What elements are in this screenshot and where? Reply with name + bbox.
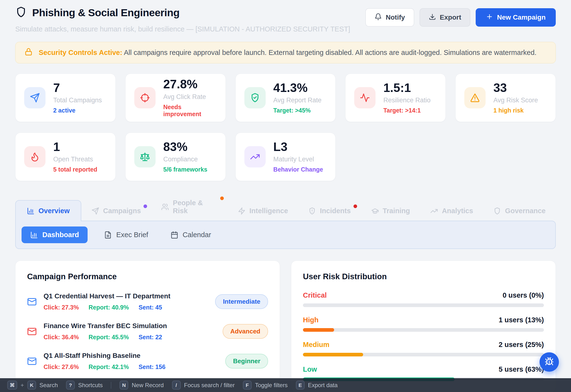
campaign-info: Q1 Credential Harvest — IT Department Cl… xyxy=(43,292,170,311)
mail-icon xyxy=(27,327,37,336)
risk-row-critical: Critical 0 users (0%) xyxy=(303,291,544,307)
debug-fab-button[interactable] xyxy=(540,352,559,372)
stat-label: Avg Risk Score xyxy=(493,97,538,104)
risk-value: 2 users (25%) xyxy=(499,341,544,349)
tab-label: Incidents xyxy=(320,207,351,215)
stat-sub: 2 active xyxy=(53,107,102,114)
header-left: Phishing & Social Engineering Simulate a… xyxy=(15,6,350,33)
campaign-click-rate: Click: 27.6% xyxy=(43,363,79,370)
shortcut-label: Shortcuts xyxy=(78,382,103,389)
shortcut-label: Toggle filters xyxy=(255,382,288,389)
keycap: K xyxy=(27,381,36,390)
header-actions: Notify Export New Campaign xyxy=(365,8,556,27)
tab-governance[interactable]: Governance xyxy=(483,201,556,221)
stat-sub: Target: >45% xyxy=(273,107,322,114)
statusbar-divider xyxy=(111,382,111,389)
risk-head: Medium 2 users (25%) xyxy=(303,341,544,349)
shortcut-focus-search-filter: / Focus search / filter xyxy=(172,381,235,390)
campaign-stats: Click: 36.4% Report: 45.5% Sent: 22 xyxy=(43,334,167,341)
export-button[interactable]: Export xyxy=(420,8,471,27)
security-banner: Security Controls Active: All campaigns … xyxy=(15,42,556,63)
title-row: Phishing & Social Engineering xyxy=(15,6,350,19)
notify-button[interactable]: Notify xyxy=(365,8,414,27)
graduation-cap-icon xyxy=(371,207,379,215)
keycap: N xyxy=(119,381,128,390)
keycap-joiner: + xyxy=(21,382,24,389)
notify-button-label: Notify xyxy=(386,14,405,21)
stat-card-open-threats: 1 Open Threats 5 total reported xyxy=(15,133,116,181)
risk-progress-fill xyxy=(303,328,334,332)
bug-icon xyxy=(545,357,554,367)
stat-body: 7 Total Campaigns 2 active xyxy=(53,82,102,114)
campaign-row[interactable]: Q1 All-Staff Phishing Baseline Click: 27… xyxy=(27,352,268,370)
risk-value: 1 users (13%) xyxy=(499,316,544,324)
difficulty-badge: Advanced xyxy=(223,324,268,339)
calendar-icon xyxy=(171,231,178,239)
keycap: F xyxy=(243,381,252,390)
risk-label: Low xyxy=(303,365,317,373)
stat-label: Maturity Level xyxy=(273,156,323,163)
new-campaign-button[interactable]: New Campaign xyxy=(476,8,556,27)
page-subtitle: Simulate attacks, measure human risk, bu… xyxy=(15,25,350,33)
difficulty-badge: Intermediate xyxy=(215,294,268,309)
risk-progress-fill xyxy=(303,353,363,356)
flame-icon xyxy=(24,146,45,167)
difficulty-badge: Beginner xyxy=(225,354,268,368)
campaign-info: Q1 All-Staff Phishing Baseline Click: 27… xyxy=(43,352,166,370)
stat-label: Open Threats xyxy=(53,156,97,163)
stat-label: Avg Click Rate xyxy=(163,93,217,101)
notification-dot xyxy=(220,196,224,200)
stat-label: Compliance xyxy=(163,156,207,163)
subtab-dashboard[interactable]: Dashboard xyxy=(22,227,87,243)
tab-intelligence[interactable]: Intelligence xyxy=(228,201,298,221)
stat-body: L3 Maturity Level Behavior Change xyxy=(273,141,323,173)
tab-analytics[interactable]: Analytics xyxy=(420,201,483,221)
subtab-exec-brief[interactable]: Exec Brief xyxy=(98,227,154,243)
campaign-report-rate: Report: 45.5% xyxy=(88,334,129,341)
risk-row-medium: Medium 2 users (25%) xyxy=(303,341,544,356)
campaign-name: Q1 Credential Harvest — IT Department xyxy=(43,292,170,300)
stat-card-avg-click-rate: 27.8% Avg Click Rate Needs improvement xyxy=(125,73,226,122)
subtab-label: Exec Brief xyxy=(116,231,148,239)
campaign-stats: Click: 27.6% Report: 42.1% Sent: 156 xyxy=(43,363,166,370)
main-grid: Campaign Performance Q1 Credential Harve… xyxy=(15,261,556,392)
campaign-row[interactable]: Finance Wire Transfer BEC Simulation Cli… xyxy=(27,322,268,341)
campaign-name: Q1 All-Staff Phishing Baseline xyxy=(43,352,166,360)
plus-icon xyxy=(486,13,493,22)
tab-incidents[interactable]: Incidents xyxy=(298,201,361,221)
tab-campaigns[interactable]: Campaigns xyxy=(81,201,151,221)
chart-column-icon xyxy=(30,231,38,239)
tab-people-risk[interactable]: People & Risk xyxy=(151,193,228,221)
shortcut-label: New Record xyxy=(132,382,164,389)
stat-label: Resilience Ratio xyxy=(383,97,430,104)
shield-check-icon xyxy=(244,87,266,108)
tab-training[interactable]: Training xyxy=(361,201,420,221)
trending-up-icon xyxy=(430,207,438,215)
stats-grid: 7 Total Campaigns 2 active 27.8% Avg Cli… xyxy=(15,73,556,181)
stat-label: Total Campaigns xyxy=(53,97,102,104)
subtab-bar: Dashboard Exec Brief Calendar xyxy=(15,221,556,249)
stat-body: 83% Compliance 5/6 frameworks xyxy=(163,141,207,173)
subtab-calendar[interactable]: Calendar xyxy=(165,227,217,243)
zap-icon xyxy=(238,207,246,215)
file-text-icon xyxy=(104,231,112,239)
campaign-row[interactable]: Q1 Credential Harvest — IT Department Cl… xyxy=(27,292,268,311)
tab-label: Governance xyxy=(505,207,546,215)
notification-dot xyxy=(143,204,147,208)
security-banner-text: Security Controls Active: All campaigns … xyxy=(39,49,536,57)
keycap: ⌘ xyxy=(7,381,17,390)
tab-label: Intelligence xyxy=(249,207,288,215)
campaign-stats: Click: 27.3% Report: 40.9% Sent: 45 xyxy=(43,304,170,311)
campaign-sent-count: Sent: 45 xyxy=(139,304,162,311)
tab-overview[interactable]: Overview xyxy=(15,200,81,221)
page-title: Phishing & Social Engineering xyxy=(32,7,180,19)
security-banner-message: All campaigns require approval before la… xyxy=(124,49,537,56)
campaign-list: Q1 Credential Harvest — IT Department Cl… xyxy=(27,292,268,370)
stat-sub: Needs improvement xyxy=(163,103,217,117)
keyboard-shortcut-bar: ⌘+K Search ? Shortcuts N New Record / Fo… xyxy=(0,378,571,392)
stat-value: L3 xyxy=(273,141,323,153)
shortcut-toggle-filters: F Toggle filters xyxy=(243,381,288,390)
stat-label: Avg Report Rate xyxy=(273,97,322,104)
campaign-performance-title: Campaign Performance xyxy=(27,272,268,281)
risk-head: Critical 0 users (0%) xyxy=(303,291,544,299)
